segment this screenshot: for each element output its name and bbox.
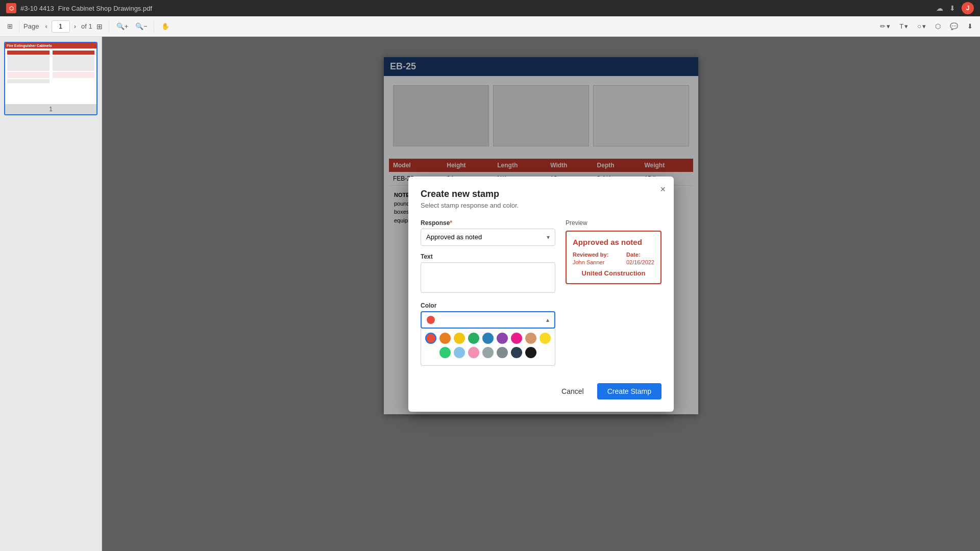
dialog-overlay: Create new stamp Select stamp response a… [102, 37, 980, 551]
response-select[interactable]: Approved as noted ▾ [421, 229, 555, 246]
color-swatch-tan[interactable] [525, 333, 536, 344]
text-group: Text [421, 253, 555, 295]
color-swatch-yellow[interactable] [454, 333, 465, 344]
color-row-1 [425, 333, 551, 344]
color-swatch-blue[interactable] [482, 333, 494, 344]
next-page-button[interactable]: › [71, 20, 79, 32]
color-swatch-light-yellow[interactable] [540, 333, 551, 344]
annotate-button[interactable]: ✏▾ [877, 20, 893, 32]
zoom-in-icon: 🔍+ [116, 22, 129, 30]
text-icon: T [899, 22, 903, 30]
main-area: Fire Extinguisher Cabinets [0, 37, 980, 551]
zoom-in-button[interactable]: 🔍+ [113, 20, 132, 32]
title-bar: ⬡ #3-10 4413 Fire Cabinet Shop Drawings.… [0, 0, 980, 16]
page-of: of 1 [81, 22, 92, 30]
app-icon: ⬡ [6, 3, 16, 13]
pen-icon: ✏ [880, 22, 886, 30]
cancel-button[interactable]: Cancel [553, 383, 592, 399]
color-group: Color ▴ [421, 302, 555, 366]
create-stamp-button[interactable]: Create Stamp [597, 383, 662, 399]
date-value: 02/16/2022 [626, 259, 654, 265]
thumb-header: Fire Extinguisher Cabinets [5, 43, 96, 48]
color-label: Color [421, 302, 555, 309]
response-value: Approved as noted [426, 233, 482, 241]
preview-date-col: Date: 02/16/2022 [626, 252, 654, 265]
thumbnail-item-1[interactable]: Fire Extinguisher Cabinets [4, 42, 97, 115]
dialog-close-button[interactable]: × [660, 185, 666, 194]
color-swatch-light-gray[interactable] [482, 347, 494, 358]
menu-button[interactable]: ⊞ [4, 20, 16, 32]
selected-color-dot [427, 316, 435, 324]
color-swatch-medium-gray[interactable] [497, 347, 508, 358]
stamp-icon: ⬡ [935, 22, 941, 30]
color-swatch-light-green[interactable] [439, 347, 451, 358]
comment-icon: 💬 [950, 22, 958, 30]
page-label: Page [23, 22, 39, 30]
create-stamp-dialog: Create new stamp Select stamp response a… [408, 177, 674, 412]
comment-button[interactable]: 💬 [947, 20, 961, 32]
toolbar-nav-group: ⊞ [4, 20, 19, 32]
dialog-body: Response* Approved as noted ▾ Text [421, 219, 662, 373]
color-swatch-light-pink[interactable] [468, 347, 479, 358]
color-swatch-dark-gray[interactable] [511, 347, 522, 358]
response-label: Response* [421, 219, 555, 227]
sidebar: Fire Extinguisher Cabinets [0, 37, 102, 551]
filename: Fire Cabinet Shop Drawings.pdf [58, 5, 152, 12]
color-grid [421, 329, 555, 366]
thumbnail-page-num: 1 [5, 104, 96, 114]
stamp-button[interactable]: ⬡ [932, 20, 944, 32]
reviewed-by-value: John Sanner [573, 259, 608, 265]
color-swatch-green-dark[interactable] [468, 333, 479, 344]
text-label: Text [421, 253, 555, 260]
color-swatch-purple[interactable] [497, 333, 508, 344]
toolbar-page-group: Page ‹ › of 1 ⊞ [23, 20, 109, 33]
toolbar: ⊞ Page ‹ › of 1 ⊞ 🔍+ 🔍− ✋ ✏▾ T▾ ○▾ ⬡ [0, 16, 980, 37]
cloud-save-icon[interactable]: ☁ [936, 4, 943, 12]
dialog-title: Create new stamp [421, 189, 662, 199]
title-bar-actions: ☁ ⬇ J [936, 2, 974, 14]
text-input[interactable] [421, 262, 555, 293]
reviewed-by-label: Reviewed by: [573, 252, 608, 258]
grid-icon: ⊞ [7, 22, 13, 30]
toolbar-right-group: ✏▾ T▾ ○▾ ⬡ 💬 ⬇ [877, 20, 976, 32]
user-avatar[interactable]: J [962, 2, 974, 14]
color-swatch-orange[interactable] [439, 333, 451, 344]
pan-icon: ✋ [161, 22, 169, 30]
shape-button[interactable]: ○▾ [914, 20, 929, 32]
preview-box: Approved as noted Reviewed by: John Sann… [566, 231, 662, 284]
prev-page-button[interactable]: ‹ [42, 20, 50, 32]
preview-meta: Reviewed by: John Sanner Date: 02/16/202… [573, 252, 654, 265]
color-chevron-icon: ▴ [546, 316, 549, 323]
response-chevron-icon: ▾ [547, 234, 550, 241]
page-number-input[interactable] [52, 20, 70, 33]
dialog-subtitle: Select stamp response and color. [421, 202, 662, 209]
date-label: Date: [626, 252, 654, 258]
zoom-out-button[interactable]: 🔍− [132, 20, 151, 32]
download-title-icon[interactable]: ⬇ [949, 4, 955, 12]
text-button[interactable]: T▾ [896, 20, 911, 32]
preview-reviewed-col: Reviewed by: John Sanner [573, 252, 608, 265]
pdf-area: EB-25 Model Height Length Width Depth [102, 37, 980, 551]
zoom-out-icon: 🔍− [135, 22, 148, 30]
download-icon: ⬇ [967, 22, 973, 30]
thumbnail-image: Fire Extinguisher Cabinets [5, 43, 96, 104]
preview-label: Preview [566, 219, 662, 227]
color-swatch-red[interactable] [425, 333, 436, 344]
toolbar-zoom-group: 🔍+ 🔍− [113, 20, 154, 32]
dialog-footer: Cancel Create Stamp [421, 383, 662, 399]
color-swatch-pink[interactable] [511, 333, 522, 344]
add-page-button[interactable]: ⊞ [93, 20, 106, 33]
preview-company: United Construction [573, 269, 654, 277]
color-row-2 [425, 347, 551, 358]
app-id: #3-10 4413 [20, 5, 54, 12]
color-swatch-light-blue[interactable] [454, 347, 465, 358]
color-dropdown-trigger[interactable]: ▴ [421, 311, 555, 329]
dialog-form: Response* Approved as noted ▾ Text [421, 219, 555, 373]
response-group: Response* Approved as noted ▾ [421, 219, 555, 246]
dialog-preview: Preview Approved as noted Reviewed by: J… [566, 219, 662, 373]
preview-stamp-title: Approved as noted [573, 238, 654, 246]
download-button[interactable]: ⬇ [964, 20, 976, 32]
color-swatch-black[interactable] [525, 347, 536, 358]
shape-icon: ○ [917, 22, 921, 30]
pan-button[interactable]: ✋ [158, 20, 173, 32]
